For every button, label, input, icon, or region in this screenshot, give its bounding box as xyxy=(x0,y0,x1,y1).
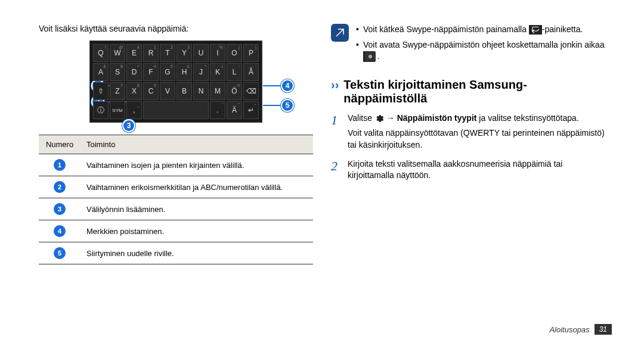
key: &A xyxy=(93,63,109,81)
page-footer: Aloitusopas 31 xyxy=(549,324,612,335)
number-badge: 3 xyxy=(54,203,66,215)
function-text: Merkkien poistaminen. xyxy=(80,220,313,242)
keyboard-illustration: 1 2 3 4 5 !Q@W#E1R2T3Y-U%I(O)P&A$S+D4F5G… xyxy=(39,40,313,123)
table-row: 4Merkkien poistaminen. xyxy=(39,220,313,242)
key: +D xyxy=(126,63,142,81)
key: SYM xyxy=(110,101,125,119)
footer-label: Aloitusopas xyxy=(549,325,589,334)
page-number: 31 xyxy=(595,324,612,335)
note-box: Voit kätkeä Swype-näppäimistön painamall… xyxy=(331,24,605,66)
number-badge: 5 xyxy=(54,247,66,259)
key: ⌫ xyxy=(243,82,259,100)
swype-hold-icon xyxy=(363,51,375,62)
key: (O xyxy=(227,44,242,62)
section-title-text: Tekstin kirjoittaminen Samsung-näppäimis… xyxy=(343,78,605,105)
key: @W xyxy=(110,44,125,62)
function-text: Vaihtaminen isojen ja pienten kirjainten… xyxy=(80,154,313,176)
key xyxy=(143,101,209,119)
key: V xyxy=(160,82,175,100)
steps-list: 1 Valitse → Näppäimistön tyypit ja valit… xyxy=(331,113,605,182)
key: 3Y xyxy=(177,44,192,62)
key: _, xyxy=(126,101,142,119)
key: 6H xyxy=(177,63,192,81)
table-row: 1Vaihtaminen isojen ja pienten kirjainte… xyxy=(39,154,313,176)
key: 9C xyxy=(143,82,159,100)
key: /K xyxy=(210,63,225,81)
key: *J xyxy=(193,63,209,81)
back-key-icon xyxy=(529,25,542,35)
key: ⓘ xyxy=(93,101,109,119)
key: 7Z xyxy=(110,82,125,100)
key: 2T xyxy=(160,44,175,62)
key: N xyxy=(193,82,209,100)
step-1: 1 Valitse → Näppäimistön tyypit ja valit… xyxy=(331,113,605,151)
callout-3: 3 xyxy=(122,119,135,132)
note-icon xyxy=(331,24,349,42)
key: 5G xyxy=(160,63,175,81)
key: -U xyxy=(193,44,209,62)
key: $S xyxy=(110,63,125,81)
callout-5: 5 xyxy=(281,99,294,112)
table-row: 5Siirtyminen uudelle riville. xyxy=(39,242,313,264)
th-toiminto: Toiminto xyxy=(80,135,313,154)
keyboard-body: !Q@W#E1R2T3Y-U%I(O)P&A$S+D4F5G6H*J/K:LÅ⇧… xyxy=(89,40,262,123)
note-item-2: Voit avata Swype-näppäimistön ohjeet kos… xyxy=(356,39,605,63)
th-numero: Numero xyxy=(39,135,80,154)
key: 8X xyxy=(126,82,142,100)
function-text: Välilyönnin lisääminen. xyxy=(80,198,313,220)
number-badge: 4 xyxy=(54,225,66,237)
step-2: 2 Kirjoita teksti valitsemalla aakkosnum… xyxy=(331,158,605,182)
function-table: Numero Toiminto 1Vaihtaminen isojen ja p… xyxy=(39,135,313,264)
key: Å xyxy=(243,63,259,81)
function-text: Siirtyminen uudelle riville. xyxy=(80,242,313,264)
key: "Ä xyxy=(227,101,242,119)
key: !Q xyxy=(93,44,109,62)
svg-point-1 xyxy=(369,55,372,58)
step-1-detail: Voit valita näppäinsyöttötavan (QWERTY t… xyxy=(348,127,605,151)
number-badge: 2 xyxy=(54,181,66,193)
key: :L xyxy=(227,63,242,81)
key: %I xyxy=(210,44,225,62)
note-item-1: Voit kätkeä Swype-näppäimistön painamall… xyxy=(356,24,605,36)
key: #E xyxy=(126,44,142,62)
chevron-icon: ›› xyxy=(331,78,339,92)
key: ~↵ xyxy=(243,101,259,119)
function-text: Vaihtaminen erikoismerkkitilan ja ABC/nu… xyxy=(80,176,313,198)
key: )P xyxy=(243,44,259,62)
intro-text: Voit lisäksi käyttää seuraavia näppäimiä… xyxy=(39,24,313,33)
key: ⇧ xyxy=(93,82,109,100)
callout-4: 4 xyxy=(281,79,294,92)
gear-icon xyxy=(374,114,384,123)
right-column: Voit kätkeä Swype-näppäimistön painamall… xyxy=(322,24,614,331)
left-column: Voit lisäksi käyttää seuraavia näppäimiä… xyxy=(30,24,322,331)
key: '. xyxy=(210,101,225,119)
key: M xyxy=(210,82,225,100)
table-row: 2Vaihtaminen erikoismerkkitilan ja ABC/n… xyxy=(39,176,313,198)
number-badge: 1 xyxy=(54,159,66,171)
section-heading: ›› Tekstin kirjoittaminen Samsung-näppäi… xyxy=(331,78,605,105)
key: 1R xyxy=(143,44,159,62)
table-row: 3Välilyönnin lisääminen. xyxy=(39,198,313,220)
key: B xyxy=(177,82,192,100)
key: 0Ö xyxy=(227,82,242,100)
key: 4F xyxy=(143,63,159,81)
